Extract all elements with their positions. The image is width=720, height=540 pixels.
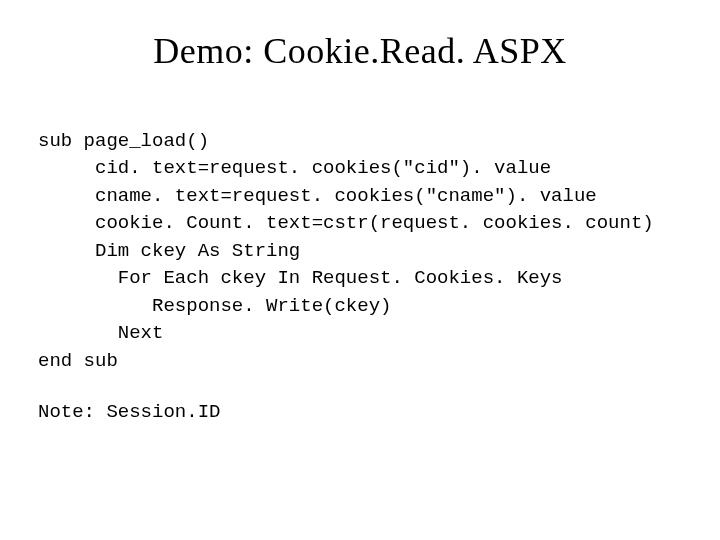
- slide: Demo: Cookie.Read. ASPX sub page_load() …: [0, 0, 720, 540]
- code-line: Response. Write(ckey): [38, 295, 391, 317]
- code-line: cname. text=request. cookies("cname"). v…: [38, 185, 597, 207]
- code-line: Dim ckey As String: [38, 240, 300, 262]
- code-line: sub page_load(): [38, 130, 209, 152]
- code-line: For Each ckey In Request. Cookies. Keys: [38, 267, 563, 289]
- slide-title: Demo: Cookie.Read. ASPX: [50, 30, 670, 72]
- note-text: Note: Session.ID: [38, 401, 670, 423]
- code-line: cid. text=request. cookies("cid"). value: [38, 157, 551, 179]
- code-line: end sub: [38, 350, 118, 372]
- code-block: sub page_load() cid. text=request. cooki…: [38, 100, 670, 375]
- code-line: Next: [38, 322, 163, 344]
- code-line: cookie. Count. text=cstr(request. cookie…: [38, 212, 654, 234]
